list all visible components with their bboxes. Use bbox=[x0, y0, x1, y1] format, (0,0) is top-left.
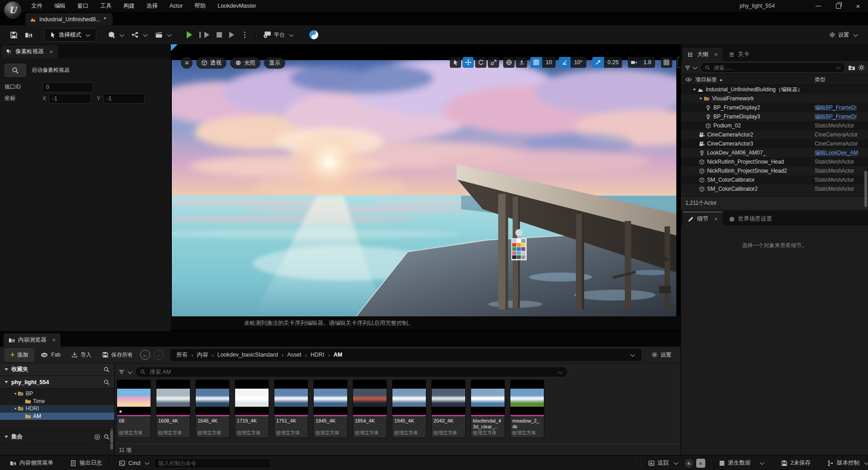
folder-tree-item[interactable]: HDRI bbox=[0, 405, 114, 413]
rotation-snap-value[interactable]: 10° bbox=[571, 57, 586, 68]
chevron-down-icon[interactable] bbox=[128, 369, 132, 374]
platforms-dropdown[interactable]: 平台 bbox=[259, 28, 297, 42]
content-browser-button[interactable] bbox=[21, 28, 36, 42]
menu-item[interactable]: 帮助 bbox=[189, 0, 212, 12]
breadcrumb-item[interactable]: Lookdev_basicStandard bbox=[217, 352, 278, 358]
select-mode-dropdown[interactable]: 选择模式 bbox=[44, 28, 96, 42]
search-icon[interactable] bbox=[104, 434, 110, 440]
outliner-search-input[interactable] bbox=[713, 64, 832, 71]
expand-icon[interactable] bbox=[14, 408, 17, 410]
asset-search-box[interactable] bbox=[135, 367, 568, 377]
launch-button[interactable] bbox=[226, 28, 238, 42]
collections-section-header[interactable]: 集合 bbox=[0, 430, 114, 443]
search-icon[interactable] bbox=[104, 379, 110, 385]
asset-tile[interactable]: 1751_4K纹理立方体 bbox=[274, 380, 308, 437]
favorites-section-header[interactable]: 收藏夹 bbox=[0, 363, 114, 376]
grid-snap-control[interactable]: 10 bbox=[530, 57, 556, 68]
asset-tile[interactable]: kloofendal_43d_clear_..纹理立方体 bbox=[471, 380, 505, 437]
asset-tile[interactable]: 1854_4K纹理立方体 bbox=[353, 380, 387, 437]
tab-outliner[interactable]: 大纲 × bbox=[683, 48, 723, 61]
coordinate-y-field[interactable] bbox=[103, 94, 145, 103]
content-drawer-button[interactable]: 内容侧滑菜单 bbox=[5, 459, 58, 467]
asset-search-input[interactable] bbox=[149, 368, 553, 376]
outliner-row[interactable]: NickRutlinh_ProjectSnow_HeadStaticMeshAc… bbox=[681, 157, 868, 166]
close-icon[interactable]: × bbox=[714, 216, 718, 222]
menu-item[interactable]: 文件 bbox=[25, 0, 48, 12]
new-folder-icon[interactable] bbox=[848, 64, 855, 71]
filter-icon[interactable] bbox=[684, 65, 691, 71]
close-icon[interactable]: × bbox=[50, 48, 53, 55]
asset-tile[interactable]: 1945_4K纹理立方体 bbox=[392, 380, 426, 437]
menu-item[interactable]: 构建 bbox=[118, 0, 141, 12]
viewport-id-field[interactable] bbox=[42, 82, 93, 92]
cmd-dropdown[interactable]: Cmd bbox=[114, 460, 154, 466]
grid-snap-value[interactable]: 10 bbox=[542, 57, 556, 68]
chevron-down-icon[interactable] bbox=[693, 65, 698, 70]
forward-button[interactable]: → bbox=[154, 350, 164, 360]
outliner-scrollbar[interactable] bbox=[864, 171, 867, 207]
actor-label[interactable]: SM_ColorCalibrator2 bbox=[707, 186, 758, 192]
blueprints-dropdown[interactable] bbox=[128, 28, 151, 42]
maximize-viewport-button[interactable] bbox=[661, 57, 672, 68]
menu-item[interactable]: 窗口 bbox=[71, 0, 94, 12]
save-level-button[interactable] bbox=[6, 28, 21, 42]
viewport-layout-dropdown[interactable] bbox=[677, 57, 680, 68]
filter-icon[interactable] bbox=[118, 369, 125, 375]
outliner-row[interactable]: SM_ColorCalibrator2StaticMeshActor bbox=[681, 184, 868, 193]
scale-tool-button[interactable] bbox=[488, 57, 499, 68]
outliner-row[interactable]: Industrial_UnfinishedBuilding（编辑器） bbox=[681, 85, 868, 94]
camera-speed-control[interactable]: 1.8 bbox=[628, 57, 655, 68]
frame-skip-button[interactable] bbox=[196, 28, 213, 42]
console-command-input[interactable] bbox=[154, 458, 271, 468]
outliner-column-header[interactable]: 项目标签 ▲ 类型 bbox=[681, 74, 868, 85]
edit-blueprint-link[interactable]: 编辑BP_FrameDi bbox=[815, 113, 866, 121]
column-item-label[interactable]: 项目标签 bbox=[695, 76, 717, 84]
folder-name[interactable]: BP bbox=[26, 390, 33, 397]
asset-tile[interactable]: 1645_4K纹理立方体 bbox=[196, 380, 229, 437]
trace-dropdown[interactable]: 追踪 bbox=[644, 459, 683, 467]
menu-item[interactable]: 编辑 bbox=[48, 0, 71, 12]
level-tab[interactable]: Industrial_UnfinishedB... * bbox=[25, 13, 113, 25]
gear-icon[interactable] bbox=[858, 64, 865, 71]
add-collection-icon[interactable] bbox=[94, 434, 100, 440]
breadcrumb-item[interactable]: 所有 bbox=[176, 351, 188, 359]
play-button[interactable] bbox=[183, 28, 196, 42]
fab-button[interactable]: Fab bbox=[36, 349, 65, 361]
asset-tile[interactable]: 2043_4K纹理立方体 bbox=[432, 380, 465, 437]
folder-name[interactable]: AM bbox=[33, 413, 41, 419]
outliner-row[interactable]: BP_FrameDisplay3编辑BP_FrameDi bbox=[681, 112, 868, 121]
edit-blueprint-link[interactable]: 编辑BP_FrameDi bbox=[815, 104, 866, 112]
close-icon[interactable]: × bbox=[714, 51, 718, 58]
plugin-sphere-button[interactable] bbox=[305, 28, 322, 42]
level-viewport[interactable]: ≡ 透视 光照 显示 10 10° 0.25 bbox=[171, 44, 680, 331]
content-settings-dropdown[interactable]: 设置 bbox=[647, 349, 676, 361]
tab-levels[interactable]: 关卡 bbox=[724, 48, 755, 61]
surface-snap-button[interactable] bbox=[516, 57, 527, 68]
scale-snap-value[interactable]: 0.25 bbox=[604, 57, 622, 68]
expand-icon[interactable] bbox=[693, 89, 696, 90]
project-section-header[interactable]: phy_light_554 bbox=[0, 376, 114, 389]
outliner-row[interactable]: LookDev_AM06_AM07_编辑LookDev_AM bbox=[681, 148, 868, 157]
menu-item[interactable]: LookdevMaster bbox=[212, 0, 262, 12]
tab-details[interactable]: 细节 × bbox=[683, 212, 723, 226]
actor-label[interactable]: Podium_02 bbox=[713, 122, 741, 129]
world-local-toggle[interactable] bbox=[503, 57, 514, 68]
view-mode-dropdown[interactable]: 光照 bbox=[230, 57, 260, 69]
breadcrumb-item[interactable]: 内容 bbox=[197, 351, 208, 359]
menu-item[interactable]: 工具 bbox=[94, 0, 118, 12]
show-dropdown[interactable]: 显示 bbox=[264, 57, 285, 69]
actor-label[interactable]: LookDev_AM06_AM07_ bbox=[707, 150, 766, 156]
outliner-row[interactable]: BP_FrameDisplay2编辑BP_FrameDi bbox=[681, 103, 868, 112]
asset-tile[interactable]: meadow_2_4k纹理立方体 bbox=[510, 380, 544, 437]
chevron-down-icon[interactable] bbox=[631, 352, 635, 357]
expand-icon[interactable] bbox=[699, 98, 702, 99]
actor-label[interactable]: SM_ColorCalibrator bbox=[707, 177, 755, 183]
actor-label[interactable]: Industrial_UnfinishedBuilding（编辑器） bbox=[706, 86, 803, 94]
add-button[interactable]: + 添加 bbox=[5, 348, 34, 362]
derived-data-dropdown[interactable]: 派生数据 bbox=[714, 459, 769, 467]
eye-icon[interactable] bbox=[685, 76, 692, 83]
menu-item[interactable]: Actor bbox=[164, 0, 189, 12]
outliner-search-box[interactable] bbox=[700, 62, 845, 73]
edit-blueprint-link[interactable]: 编辑LookDev_AM bbox=[815, 149, 866, 157]
folder-name[interactable]: Time bbox=[33, 398, 45, 404]
